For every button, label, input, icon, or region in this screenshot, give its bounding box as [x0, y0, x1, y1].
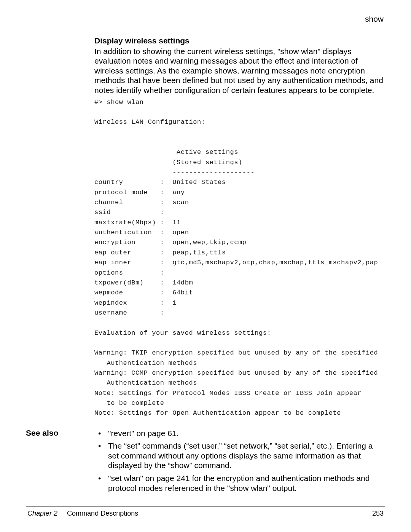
code-block-show-wlan: #> show wlan Wireless LAN Configuration:… — [94, 97, 385, 419]
page-header-title: show — [26, 14, 385, 24]
footer-chapter-title: Command Descriptions — [67, 510, 138, 517]
section-subheading: Display wireless settings — [94, 36, 385, 46]
footer-page-number: 253 — [372, 510, 384, 518]
see-also-item: "set wlan" on page 241 for the encryptio… — [94, 473, 385, 493]
page-footer: Chapter 2 Command Descriptions 253 — [26, 510, 385, 518]
see-also-item: "revert" on page 61. — [94, 428, 385, 438]
see-also-body: "revert" on page 61. The “set” commands … — [94, 428, 385, 496]
section-paragraph: In addition to showing the current wirel… — [94, 46, 385, 95]
footer-left: Chapter 2 Command Descriptions — [27, 510, 138, 518]
footer-chapter-label: Chapter 2 — [27, 510, 57, 517]
display-wireless-section: Display wireless settings In addition to… — [26, 36, 385, 426]
see-also-section: See also "revert" on page 61. The “set” … — [26, 428, 385, 496]
see-also-item: The “set” commands (“set user,” “set net… — [94, 441, 385, 470]
footer-rule — [26, 506, 385, 506]
section-body: Display wireless settings In addition to… — [94, 36, 385, 426]
see-also-label: See also — [26, 428, 94, 438]
see-also-list: "revert" on page 61. The “set” commands … — [94, 428, 385, 493]
